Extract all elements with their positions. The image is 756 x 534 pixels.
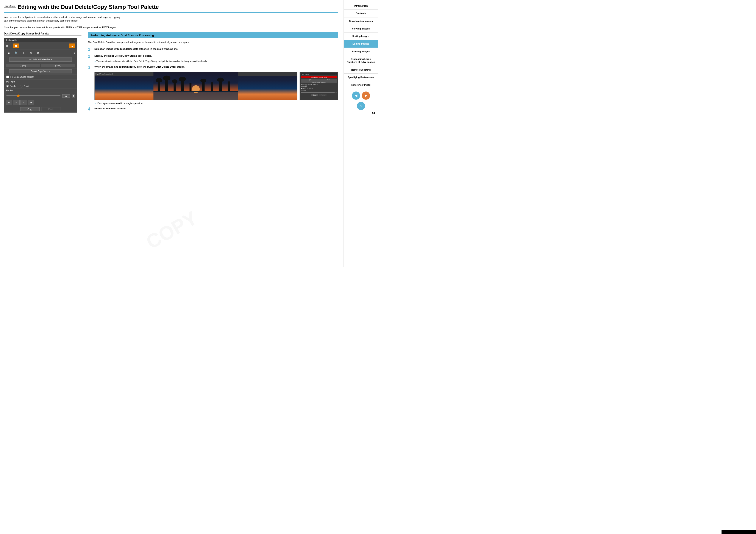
svg-rect-18 xyxy=(153,91,238,92)
tp-pen-type-row: Pen type xyxy=(4,80,77,84)
sidebar-item-introduction[interactable]: Introduction xyxy=(344,2,378,10)
tp-nav-next[interactable]: → xyxy=(20,100,27,105)
tp-copy-paste-row: Copy Paste xyxy=(4,106,77,113)
step-2: 2 Display the Dust Delete/Copy Stamp too… xyxy=(88,54,338,58)
step-3-number: 3 xyxy=(88,65,92,69)
nav-home-button[interactable]: ⌂ xyxy=(357,102,365,110)
sidebar-item-remote-shooting[interactable]: Remote Shooting xyxy=(344,66,378,74)
nav-next-button[interactable]: ▶ xyxy=(362,91,370,100)
tp-icon-pencil-tool[interactable]: ✎ xyxy=(20,51,27,55)
svg-point-6 xyxy=(163,75,170,81)
small-screenshot-close: × xyxy=(336,73,337,75)
step-1-text: Select an image with dust delete data at… xyxy=(94,47,338,51)
svg-rect-14 xyxy=(211,82,213,92)
tp-icon-square[interactable]: ■ xyxy=(6,51,12,55)
tp-titlebar: Tool palette × xyxy=(4,38,77,42)
tp-fix-position-row: Fix Copy Source position xyxy=(4,74,77,80)
tp-icons-row-1: ▶⎸ ⚈ ▲ xyxy=(4,42,77,50)
tp-apply-dust-delete-button[interactable]: Apply Dust Delete Data xyxy=(9,58,72,62)
tp-nav-first[interactable]: ⇤ xyxy=(6,100,12,105)
small-screenshot: Tool palette × Apply Dust Delete Data Li… xyxy=(300,72,338,100)
intro-paragraph-1: You can use this tool palette to erase d… xyxy=(4,15,124,23)
two-column-layout: Dust Delete/Copy Stamp Tool Palette Tool… xyxy=(4,32,338,114)
svg-point-16 xyxy=(217,78,224,82)
tp-select-source-row: Select Copy Source xyxy=(4,68,77,74)
step-3: 3 When the image has redrawn itself, cli… xyxy=(88,65,338,69)
sidebar-item-sorting-images[interactable]: Sorting Images xyxy=(344,33,378,40)
step-2-text: Display the Dust Delete/Copy Stamp tool … xyxy=(94,54,338,58)
step-3-text: When the image has redrawn itself, click… xyxy=(94,65,338,68)
tp-icon-stamp[interactable]: ⚈ xyxy=(13,43,19,48)
sidebar-item-processing-raw[interactable]: Processing Large Numbers of RAW Images xyxy=(344,55,378,66)
tp-nav-last[interactable]: ⇥ xyxy=(28,100,34,105)
tp-icon-settings[interactable]: ⚙ xyxy=(28,51,34,55)
svg-rect-7 xyxy=(174,82,176,92)
watermark: COPY xyxy=(143,207,201,253)
tp-icon-up[interactable]: ▲ xyxy=(69,43,75,48)
svg-rect-17 xyxy=(228,81,230,91)
tp-radius-label: Radius xyxy=(4,89,77,93)
step-4: 4 Return to the main window. xyxy=(88,107,338,111)
tp-radius-value: 32 xyxy=(62,94,70,97)
tp-radius-spinner[interactable]: ▲▼ xyxy=(72,94,75,98)
sidebar-item-editing-images[interactable]: Editing Images xyxy=(344,40,378,48)
tp-pencil-radio-circle[interactable] xyxy=(20,85,22,88)
tp-pencil-radio[interactable]: Pencil xyxy=(20,85,29,88)
sidebar-nav-row2: ⌂ xyxy=(344,101,378,111)
svg-rect-12 xyxy=(202,81,205,91)
nav-prev-button[interactable]: ◀ xyxy=(352,91,360,100)
left-section-title: Dust Delete/Copy Stamp Tool Palette xyxy=(4,32,81,36)
tp-copy-button[interactable]: Copy xyxy=(20,107,40,111)
scene-svg xyxy=(94,72,297,100)
step-1-number: 1 xyxy=(88,47,92,51)
sidebar-item-downloading-images[interactable]: Downloading Images xyxy=(344,17,378,25)
tp-scroll-icon[interactable]: ↦ xyxy=(73,51,75,55)
tp-brush-radio-circle[interactable] xyxy=(6,85,9,88)
step-3-note: Dust spots are erased in a single operat… xyxy=(94,102,338,105)
tp-select-copy-source-button[interactable]: Select Copy Source xyxy=(9,69,72,73)
step-1: 1 Select an image with dust delete data … xyxy=(88,47,338,51)
small-screenshot-title: Tool palette xyxy=(302,73,309,75)
svg-point-4 xyxy=(156,78,162,82)
svg-rect-3 xyxy=(158,81,160,92)
tp-pencil-label: Pencil xyxy=(23,85,29,88)
sidebar-item-viewing-images[interactable]: Viewing Images xyxy=(344,25,378,33)
tp-icon-move[interactable]: ▶⎸ xyxy=(6,43,12,48)
step-4-text: Return to the main window. xyxy=(94,107,338,110)
page-number: 74 xyxy=(344,111,378,116)
title-underline xyxy=(4,12,338,13)
left-column: Dust Delete/Copy Stamp Tool Palette Tool… xyxy=(4,32,81,114)
right-column: Performing Automatic Dust Erasure Proces… xyxy=(88,32,338,114)
tp-close-icon[interactable]: × xyxy=(74,39,75,41)
svg-point-10 xyxy=(179,77,186,81)
tp-slider-thumb[interactable] xyxy=(17,94,20,97)
tp-nav-prev[interactable]: ← xyxy=(13,100,20,105)
tp-brush-radio[interactable]: Brush xyxy=(6,85,15,88)
jpeg-tiff-badge: JPEG/TIFF xyxy=(4,5,16,8)
tp-light-dark-row: (Light) (Dark) xyxy=(4,63,77,68)
page-header: JPEG/TIFF Editing with the Dust Delete/C… xyxy=(4,4,338,10)
tp-slider-row: 32 ▲▼ xyxy=(4,93,77,99)
tp-light-button[interactable]: (Light) xyxy=(6,64,40,67)
intro-paragraph-2: Note that you can use the functions in t… xyxy=(4,26,124,29)
sidebar-item-contents[interactable]: Contents xyxy=(344,10,378,17)
tp-dark-button[interactable]: (Dark) xyxy=(41,64,75,67)
svg-point-13 xyxy=(201,79,206,83)
sidebar-item-specifying-preferences[interactable]: Specifying Preferences xyxy=(344,74,378,81)
tp-radius-slider[interactable] xyxy=(6,95,61,96)
step-4-number: 4 xyxy=(88,107,92,111)
sidebar-item-reference-index[interactable]: Reference/ Index xyxy=(344,81,378,89)
right-section-desc: The Dust Delete Data that is appended to… xyxy=(88,40,338,44)
tp-icons-row-2: ■ 🔍 ✎ ⚙ ⚙ ↦ xyxy=(4,50,77,56)
tp-icon-gear2[interactable]: ⚙ xyxy=(35,51,41,55)
tp-fix-position-checkbox[interactable] xyxy=(6,76,9,78)
sidebar: Introduction Contents Downloading Images… xyxy=(343,0,378,267)
tp-brush-label: Brush xyxy=(10,85,15,88)
sidebar-nav: ◀ ▶ xyxy=(344,89,378,101)
tp-radio-row: Brush Pencil xyxy=(4,84,77,89)
right-section-header: Performing Automatic Dust Erasure Proces… xyxy=(88,32,338,38)
tp-icon-zoom[interactable]: 🔍 xyxy=(13,51,19,55)
sidebar-item-printing-images[interactable]: Printing Images xyxy=(344,48,378,55)
svg-point-8 xyxy=(172,79,177,83)
tp-apply-button-row: Apply Dust Delete Data xyxy=(4,56,77,63)
